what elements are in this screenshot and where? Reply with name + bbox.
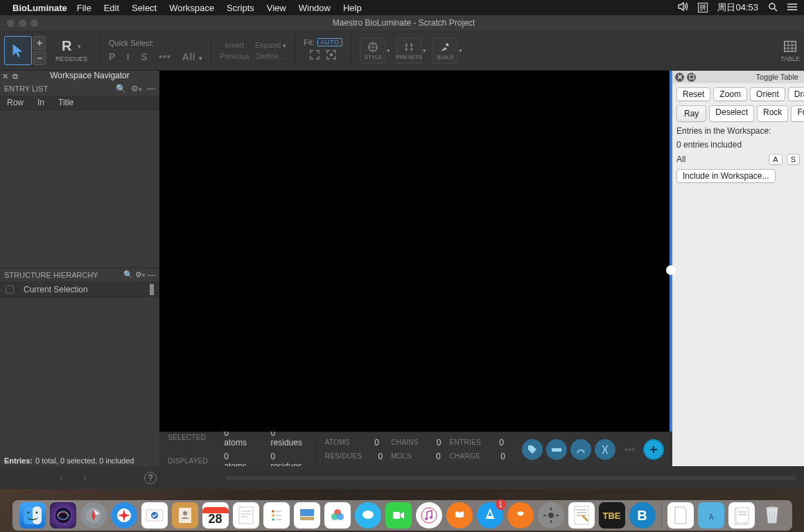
menu-help[interactable]: Help	[343, 3, 362, 13]
dock-appstore[interactable]: 1	[477, 502, 503, 529]
invert-button[interactable]: Invert	[225, 41, 245, 49]
dock-siri[interactable]	[50, 502, 76, 529]
col-row[interactable]: Row	[7, 98, 24, 107]
dock-calendar[interactable]: 28	[202, 502, 229, 529]
ray-button[interactable]: Ray	[676, 105, 706, 122]
notification-center-icon[interactable]	[787, 3, 797, 13]
menu-window[interactable]: Window	[299, 3, 331, 13]
close-panel-icon[interactable]: ✕	[0, 72, 10, 81]
define-button[interactable]: Define...	[256, 52, 285, 60]
history-back-icon[interactable]: ‹	[60, 472, 62, 483]
spotlight-icon[interactable]	[768, 2, 778, 14]
a-button[interactable]: A	[769, 154, 782, 165]
build-tool[interactable]: BUILD	[432, 37, 458, 64]
dock-contacts[interactable]	[172, 502, 198, 529]
struct-collapse-icon[interactable]: —	[148, 270, 155, 278]
dock-document[interactable]	[667, 502, 694, 529]
status-measure-button[interactable]	[546, 439, 567, 460]
structure-body[interactable]	[0, 298, 159, 455]
draw-button[interactable]: Dra	[788, 87, 804, 101]
fit-expand-icon[interactable]	[309, 49, 320, 63]
quickselect-s[interactable]: S	[141, 51, 148, 62]
dock-apps-folder[interactable]: A	[698, 502, 724, 529]
status-more-button[interactable]: •••	[619, 439, 640, 460]
panel-pop-icon[interactable]	[687, 73, 696, 82]
include-workspace-button[interactable]: Include in Workspace...	[676, 169, 776, 183]
dock-mail[interactable]	[141, 502, 168, 529]
dock-finder[interactable]	[19, 502, 46, 529]
clock[interactable]: 周日04:53	[717, 1, 758, 14]
dock-stack[interactable]	[728, 502, 755, 529]
help-icon[interactable]: ?	[144, 472, 157, 484]
fit-auto-badge[interactable]: AUTO	[317, 38, 343, 46]
app-name[interactable]: BioLuminate	[12, 3, 67, 13]
3d-viewport[interactable]	[159, 71, 672, 432]
s-button[interactable]: S	[787, 154, 800, 165]
dock-facetime[interactable]	[385, 502, 412, 529]
dock-photos[interactable]	[324, 502, 351, 529]
col-title[interactable]: Title	[58, 98, 73, 107]
menu-workspace[interactable]: Workspace	[169, 3, 214, 13]
quickselect-all[interactable]: All ▾	[182, 51, 202, 62]
svg-rect-19	[690, 75, 694, 79]
quickselect-i[interactable]: I	[127, 51, 130, 62]
status-helix-button[interactable]	[595, 439, 615, 460]
dock-trash[interactable]	[759, 502, 785, 529]
dock-itunes[interactable]	[416, 502, 442, 529]
reset-button[interactable]: Reset	[676, 87, 710, 101]
struct-search-icon[interactable]: 🔍	[123, 270, 133, 278]
command-input[interactable]	[226, 476, 796, 480]
entry-search-icon[interactable]: 🔍	[116, 84, 126, 94]
expand-button[interactable]: Expand ▾	[255, 41, 286, 49]
zoom-button[interactable]: Zoom	[713, 87, 747, 101]
menu-file[interactable]: File	[77, 3, 91, 13]
status-shape-button[interactable]	[570, 439, 591, 460]
dock-messages[interactable]	[355, 502, 381, 529]
panel-close-icon[interactable]	[675, 73, 684, 82]
volume-icon[interactable]	[678, 2, 688, 13]
residues-tool[interactable]: R.▾ RESIDUES	[51, 37, 91, 64]
full-button[interactable]: Ful	[791, 105, 804, 122]
style-tool[interactable]: STYLE	[360, 37, 386, 64]
struct-settings-icon[interactable]: ⚙▾	[135, 270, 146, 278]
dock-launchpad[interactable]	[80, 502, 107, 529]
status-add-button[interactable]	[643, 439, 664, 460]
fit-focus-icon[interactable]	[326, 49, 337, 63]
previous-button[interactable]: Previous	[220, 52, 250, 60]
quickselect-more[interactable]: •••	[159, 51, 171, 62]
quickselect-p[interactable]: P	[109, 51, 116, 62]
status-tag-button[interactable]	[522, 439, 543, 460]
entry-list-body[interactable]	[0, 110, 159, 267]
deselect-button[interactable]: Deselect	[709, 105, 754, 122]
dock-app-orange[interactable]	[507, 502, 534, 529]
pin-panel-icon[interactable]: ⧉	[10, 72, 20, 81]
dock-safari[interactable]	[111, 502, 137, 529]
dock-tbe[interactable]: TBE	[599, 502, 625, 529]
menu-select[interactable]: Select	[132, 3, 157, 13]
menu-view[interactable]: View	[267, 3, 286, 13]
dock-preview[interactable]	[294, 502, 320, 529]
entries-footer: Entries: 0 total, 0 selected, 0 included	[0, 455, 159, 466]
select-tool[interactable]	[4, 36, 32, 65]
presets-tool[interactable]: PRESETS	[396, 37, 422, 64]
entry-settings-icon[interactable]: ⚙▾	[131, 84, 142, 94]
col-in[interactable]: In	[37, 98, 44, 107]
rock-button[interactable]: Rock	[757, 105, 788, 122]
input-method-icon[interactable]: 拼	[698, 3, 708, 12]
table-tool[interactable]: TABLE	[780, 39, 800, 62]
orient-button[interactable]: Orient	[750, 87, 785, 101]
entry-collapse-icon[interactable]: —	[147, 84, 155, 94]
dock-reminders[interactable]	[263, 502, 290, 529]
dock-b-app[interactable]: B	[629, 502, 656, 529]
dock-system-prefs[interactable]	[538, 502, 564, 529]
menu-edit[interactable]: Edit	[104, 3, 119, 13]
dock-textedit[interactable]	[568, 502, 595, 529]
current-selection-row[interactable]: Current Selection	[0, 281, 159, 298]
add-selection-button[interactable]: +	[33, 36, 46, 50]
history-fwd-icon[interactable]: ›	[83, 472, 86, 483]
dock-notes[interactable]	[233, 502, 259, 529]
current-selection-checkbox[interactable]	[6, 285, 14, 294]
remove-selection-button[interactable]: −	[33, 51, 46, 65]
dock-ibooks[interactable]	[446, 502, 473, 529]
menu-scripts[interactable]: Scripts	[227, 3, 254, 13]
